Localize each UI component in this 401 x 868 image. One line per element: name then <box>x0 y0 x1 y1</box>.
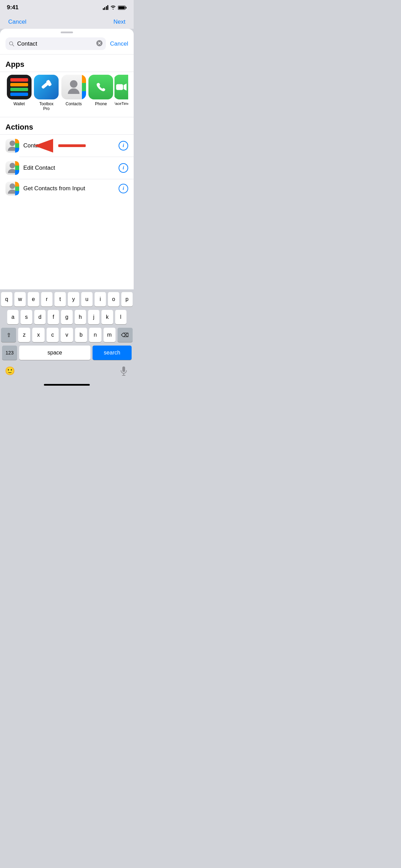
key-h[interactable]: h <box>75 310 86 324</box>
key-b[interactable]: b <box>75 328 87 342</box>
search-input-wrap <box>5 37 106 50</box>
keyboard-row-2: a s d f g h j k l <box>1 310 133 324</box>
home-bar <box>44 384 90 386</box>
key-o[interactable]: o <box>108 292 119 306</box>
svg-rect-14 <box>122 366 125 372</box>
behind-sheet-area: Cancel Next <box>0 15 134 29</box>
main-sheet: Cancel Apps Wallet <box>0 29 134 289</box>
status-time: 9:41 <box>7 4 19 11</box>
key-d[interactable]: d <box>34 310 46 324</box>
key-k[interactable]: k <box>101 310 113 324</box>
keyboard: q w e r t y u i o p a s d f g h j k l ⇧ … <box>0 289 134 381</box>
get-contacts-action-icon <box>5 182 19 195</box>
key-u[interactable]: u <box>81 292 93 306</box>
microphone-button[interactable] <box>118 365 130 377</box>
key-v[interactable]: v <box>61 328 73 342</box>
svg-marker-13 <box>34 139 53 153</box>
key-g[interactable]: g <box>61 310 72 324</box>
key-n[interactable]: n <box>89 328 101 342</box>
apps-section-title: Apps <box>5 60 24 69</box>
key-q[interactable]: q <box>1 292 12 306</box>
wifi-icon <box>110 5 116 10</box>
keyboard-row-3: ⇧ z x c v b n m ⌫ <box>1 328 133 342</box>
get-contacts-info-button[interactable]: i <box>119 184 128 193</box>
get-contacts-action-label: Get Contacts from Input <box>23 185 114 192</box>
key-a[interactable]: a <box>7 310 19 324</box>
svg-line-4 <box>12 45 14 46</box>
edit-contact-action-label: Edit Contact <box>23 165 114 171</box>
wallet-app-icon <box>7 75 32 99</box>
app-facetime[interactable]: FaceTime <box>114 75 128 111</box>
key-s[interactable]: s <box>21 310 32 324</box>
actions-section-header: Actions <box>0 117 134 134</box>
key-r[interactable]: r <box>41 292 52 306</box>
space-key[interactable]: space <box>19 346 90 360</box>
signal-icon <box>103 5 109 10</box>
clear-search-button[interactable] <box>96 40 102 47</box>
status-icons <box>103 5 127 10</box>
app-toolbox-pro[interactable]: Toolbox Pro <box>33 75 60 111</box>
key-p[interactable]: p <box>121 292 133 306</box>
key-t[interactable]: t <box>54 292 66 306</box>
svg-rect-10 <box>116 84 123 90</box>
status-bar: 9:41 <box>0 0 134 15</box>
phone-app-icon <box>88 75 113 99</box>
search-bar-row: Cancel <box>0 35 134 54</box>
search-icon <box>9 41 14 47</box>
search-key[interactable]: search <box>93 346 132 360</box>
key-z[interactable]: z <box>18 328 30 342</box>
key-j[interactable]: j <box>88 310 99 324</box>
svg-marker-11 <box>124 84 127 91</box>
key-e[interactable]: e <box>28 292 39 306</box>
emoji-button[interactable]: 🙂 <box>4 365 16 377</box>
edit-contact-info-button[interactable]: i <box>119 163 128 173</box>
key-m[interactable]: m <box>104 328 116 342</box>
keyboard-row-1: q w e r t y u i o p <box>1 292 133 306</box>
phone-app-label: Phone <box>95 101 107 106</box>
keyboard-bottom-row: 🙂 <box>1 363 133 380</box>
app-phone[interactable]: Phone <box>87 75 115 111</box>
contacts-person-icon <box>68 80 80 94</box>
contacts-action-item[interactable]: Contacts i <box>0 135 134 157</box>
get-contacts-action-item[interactable]: Get Contacts from Input i <box>0 179 134 198</box>
delete-key[interactable]: ⌫ <box>118 328 133 342</box>
toolbox-pro-app-icon <box>34 75 59 99</box>
facetime-app-icon <box>114 75 128 99</box>
behind-next-label: Next <box>113 19 125 25</box>
facetime-app-label: FaceTime <box>114 101 128 106</box>
sheet-handle <box>61 32 73 33</box>
keyboard-row-4: 123 space search <box>1 346 133 360</box>
key-l[interactable]: l <box>115 310 126 324</box>
red-arrow-icon <box>34 137 89 154</box>
key-f[interactable]: f <box>48 310 59 324</box>
numbers-key[interactable]: 123 <box>2 346 17 360</box>
search-input[interactable] <box>17 40 94 47</box>
wallet-app-label: Wallet <box>13 101 25 106</box>
contacts-app-label: Contacts <box>65 101 82 106</box>
search-cancel-button[interactable]: Cancel <box>110 40 128 47</box>
shift-key[interactable]: ⇧ <box>1 328 16 342</box>
key-w[interactable]: w <box>14 292 26 306</box>
app-wallet[interactable]: Wallet <box>5 75 33 111</box>
key-y[interactable]: y <box>68 292 79 306</box>
behind-cancel-label: Cancel <box>8 19 26 25</box>
edit-contact-action-item[interactable]: Edit Contact i <box>0 157 134 179</box>
contacts-action-icon <box>5 139 19 153</box>
contacts-app-icon <box>61 75 86 99</box>
key-x[interactable]: x <box>32 328 44 342</box>
battery-icon <box>118 5 127 10</box>
apps-row: Wallet Toolbox Pro <box>0 72 134 117</box>
svg-point-3 <box>10 41 13 45</box>
toolbox-pro-app-label: Toolbox Pro <box>39 101 53 111</box>
app-contacts[interactable]: Contacts <box>60 75 87 111</box>
actions-section-title: Actions <box>5 123 33 131</box>
home-indicator-area <box>0 381 134 391</box>
svg-rect-1 <box>126 7 127 9</box>
apps-section-header: Apps <box>0 55 134 72</box>
key-i[interactable]: i <box>95 292 106 306</box>
sheet-handle-wrap <box>0 29 134 35</box>
key-c[interactable]: c <box>47 328 59 342</box>
svg-rect-12 <box>58 144 86 147</box>
contacts-action-info-button[interactable]: i <box>119 141 128 150</box>
svg-rect-2 <box>119 6 125 9</box>
